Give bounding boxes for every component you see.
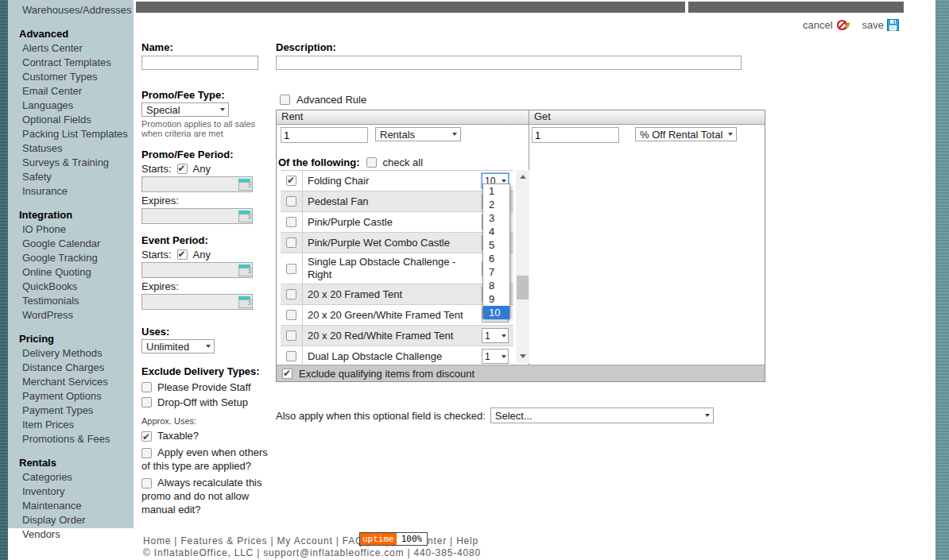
qty-option-6[interactable]: 6 bbox=[483, 252, 509, 265]
qty-option-8[interactable]: 8 bbox=[483, 279, 509, 292]
any-checkbox[interactable] bbox=[177, 249, 188, 260]
list-scrollbar[interactable] bbox=[516, 170, 529, 363]
sidebar-item-surveys-training[interactable]: Surveys & Training bbox=[8, 156, 134, 170]
uptime-badge[interactable]: uptime 100% bbox=[359, 532, 428, 546]
item-checkbox[interactable] bbox=[286, 264, 296, 274]
item-checkbox[interactable] bbox=[286, 196, 296, 207]
item-checkbox[interactable] bbox=[286, 330, 296, 341]
flag-checkbox-taxable[interactable] bbox=[141, 431, 152, 442]
optional-field-select[interactable]: Select... bbox=[490, 407, 714, 423]
advanced-rule-checkbox[interactable] bbox=[280, 95, 290, 105]
item-qty-select[interactable]: 1 bbox=[482, 349, 509, 364]
sidebar-item-merchant-services[interactable]: Merchant Services bbox=[8, 375, 134, 389]
calendar-icon[interactable] bbox=[238, 210, 250, 222]
sidebar-item-promotions-fees[interactable]: Promotions & Fees bbox=[8, 432, 134, 446]
qty-option-7[interactable]: 7 bbox=[483, 265, 509, 279]
rent-qty-input[interactable] bbox=[281, 127, 368, 143]
chevron-down-icon bbox=[452, 133, 457, 136]
sidebar-item-insurance[interactable]: Insurance bbox=[8, 184, 134, 199]
rent-type-select[interactable]: Rentals bbox=[375, 127, 461, 141]
sidebar-item-quickbooks[interactable]: QuickBooks bbox=[8, 280, 134, 294]
promo-type-label: Promo/Fee Type: bbox=[141, 89, 272, 101]
item-qty-cell: 1 bbox=[482, 349, 513, 364]
sidebar-item-distance-charges[interactable]: Distance Charges bbox=[8, 361, 134, 375]
expires-date-input[interactable] bbox=[141, 208, 253, 224]
sidebar-item-google-tracking[interactable]: Google Tracking bbox=[8, 251, 134, 265]
sidebar-item-alerts-center[interactable]: Alerts Center bbox=[8, 41, 134, 56]
footer-link-my-account[interactable]: My Account bbox=[277, 535, 333, 546]
sidebar-item-google-calendar[interactable]: Google Calendar bbox=[8, 237, 134, 251]
sidebar-item-payment-types[interactable]: Payment Types bbox=[8, 404, 134, 418]
sidebar-item-wordpress[interactable]: WordPress bbox=[8, 308, 134, 322]
sidebar-section-rentals: Rentals bbox=[8, 446, 134, 470]
check-all-checkbox[interactable] bbox=[366, 157, 377, 168]
sidebar-item-display-order[interactable]: Display Order bbox=[8, 513, 134, 527]
sidebar-item-item-prices[interactable]: Item Prices bbox=[8, 418, 134, 432]
cancel-button[interactable]: cancel bbox=[803, 18, 850, 32]
save-button[interactable]: save bbox=[862, 19, 899, 31]
item-row-20-x-20-framed-tent: 20 x 20 Framed Tent1 bbox=[281, 284, 513, 305]
sidebar-item-vendors[interactable]: Vendors bbox=[8, 527, 134, 542]
sidebar-item-optional-fields[interactable]: Optional Fields bbox=[8, 113, 134, 127]
qty-option-9[interactable]: 9 bbox=[483, 292, 509, 306]
sidebar-item-delivery-methods[interactable]: Delivery Methods bbox=[8, 346, 134, 361]
sidebar-item-warehouses-addresses[interactable]: Warehouses/Addresses bbox=[8, 3, 134, 17]
calendar-icon[interactable] bbox=[238, 295, 250, 307]
item-qty-select[interactable]: 1 bbox=[482, 328, 509, 343]
sidebar-item-maintenance[interactable]: Maintenance bbox=[8, 499, 134, 513]
sidebar-item-testimonials[interactable]: Testimonials bbox=[8, 294, 134, 308]
item-checkbox[interactable] bbox=[286, 310, 296, 320]
item-name: Folding Chair bbox=[303, 172, 482, 190]
item-checkbox[interactable] bbox=[286, 351, 296, 361]
sidebar-item-customer-types[interactable]: Customer Types bbox=[8, 70, 134, 84]
name-field-block: Name: bbox=[141, 41, 258, 70]
support-email-link[interactable]: support@inflatableoffice.com bbox=[263, 547, 404, 558]
sidebar-item-safety[interactable]: Safety bbox=[8, 170, 134, 184]
scroll-up-icon[interactable] bbox=[516, 170, 529, 183]
scroll-down-icon[interactable] bbox=[516, 350, 529, 363]
sidebar-item-online-quoting[interactable]: Online Quoting bbox=[8, 265, 134, 280]
sidebar-item-packing-list-templates[interactable]: Packing List Templates bbox=[8, 127, 134, 141]
starts-date-input[interactable] bbox=[141, 176, 253, 192]
sidebar-item-statuses[interactable]: Statuses bbox=[8, 141, 134, 156]
any-checkbox[interactable] bbox=[177, 164, 188, 174]
expires-date-input[interactable] bbox=[141, 294, 253, 310]
item-checkbox[interactable] bbox=[286, 238, 296, 248]
item-checkbox[interactable] bbox=[286, 217, 296, 227]
sidebar-item-inventory[interactable]: Inventory bbox=[8, 485, 134, 499]
sidebar-item-io-phone[interactable]: IO Phone bbox=[8, 222, 134, 237]
flag-checkbox-apply-even-when[interactable] bbox=[141, 448, 152, 458]
sidebar-item-payment-options[interactable]: Payment Options bbox=[8, 389, 134, 404]
delivery-checkbox-drop-off-with-setup[interactable] bbox=[141, 397, 152, 407]
chevron-down-icon bbox=[502, 355, 506, 358]
uses-select[interactable]: Unlimited bbox=[141, 339, 215, 353]
sidebar-item-languages[interactable]: Languages bbox=[8, 98, 134, 113]
sidebar-item-email-center[interactable]: Email Center bbox=[8, 84, 134, 98]
promo-type-select[interactable]: Special bbox=[141, 102, 229, 117]
qty-option-2[interactable]: 2 bbox=[483, 198, 509, 211]
item-checkbox[interactable] bbox=[286, 289, 296, 299]
calendar-icon[interactable] bbox=[238, 178, 250, 190]
delivery-checkbox-please-provide-staff[interactable] bbox=[141, 382, 152, 392]
get-qty-input[interactable] bbox=[532, 127, 619, 143]
qty-option-1[interactable]: 1 bbox=[483, 184, 509, 198]
footer-link-features-prices[interactable]: Features & Prices bbox=[180, 535, 267, 546]
footer-link-help[interactable]: Help bbox=[456, 535, 478, 546]
scrollbar-thumb[interactable] bbox=[517, 276, 529, 299]
calendar-icon[interactable] bbox=[238, 264, 250, 276]
qty-option-4[interactable]: 4 bbox=[483, 225, 509, 238]
qty-option-3[interactable]: 3 bbox=[483, 211, 509, 225]
name-input[interactable] bbox=[141, 56, 258, 70]
qty-option-5[interactable]: 5 bbox=[483, 238, 509, 252]
description-input[interactable] bbox=[276, 56, 742, 70]
item-checkbox[interactable] bbox=[286, 176, 296, 186]
get-type-select[interactable]: % Off Rental Total bbox=[635, 127, 737, 141]
qty-option-10[interactable]: 10 bbox=[483, 306, 509, 319]
footer-link-home[interactable]: Home bbox=[143, 535, 171, 546]
starts-date-input[interactable] bbox=[141, 262, 253, 278]
exclude-qualifying-checkbox[interactable] bbox=[282, 369, 292, 379]
sidebar-item-contract-templates[interactable]: Contract Templates bbox=[8, 56, 134, 70]
flag-checkbox-always-recalculate-this[interactable] bbox=[141, 478, 152, 489]
support-phone: 440-385-4080 bbox=[414, 547, 481, 558]
sidebar-item-categories[interactable]: Categories bbox=[8, 470, 134, 485]
